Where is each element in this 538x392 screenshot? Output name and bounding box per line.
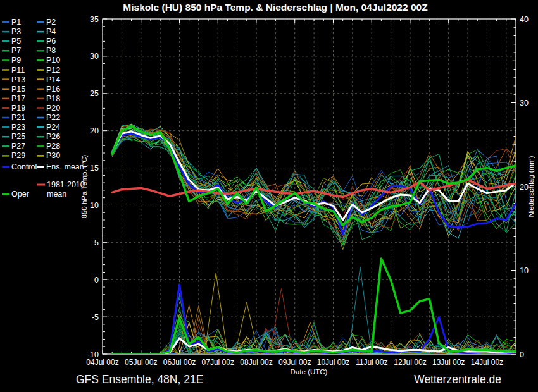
legend-label-p8: P8 bbox=[46, 46, 56, 55]
legend-label-p11: P11 bbox=[11, 66, 25, 75]
x-axis-tick-label: 06Jul 00z bbox=[163, 358, 196, 367]
x-axis-tick-label: 10Jul 00z bbox=[317, 358, 349, 367]
series-layer bbox=[112, 124, 516, 354]
left-axis-tick-label: 30 bbox=[90, 52, 99, 61]
legend-label-p9: P9 bbox=[11, 56, 21, 64]
legend-label-p26: P26 bbox=[46, 132, 60, 141]
legend-label-p24: P24 bbox=[46, 123, 60, 132]
legend-label-p5: P5 bbox=[11, 37, 21, 46]
legend-label-p7: P7 bbox=[11, 46, 21, 55]
right-axis-tick-label: 30 bbox=[520, 99, 529, 107]
left-axis-title: 850 hPa Temp. (°C) bbox=[80, 154, 88, 218]
left-axis-tick-label: -5 bbox=[92, 313, 99, 322]
legend-label-p15: P15 bbox=[11, 85, 25, 94]
grid-layer bbox=[103, 19, 516, 354]
legend-label-ens-mean: Ens. mean bbox=[46, 162, 84, 171]
legend-label-p19: P19 bbox=[11, 104, 25, 113]
x-axis-tick-label: 09Jul 00z bbox=[278, 358, 311, 367]
meteogram-page: -10-50510152025303501020304004Jul 00z05J… bbox=[0, 0, 538, 392]
legend-label-p16: P16 bbox=[46, 85, 60, 94]
legend-label-p21: P21 bbox=[11, 113, 25, 122]
x-axis-tick-label: 05Jul 00z bbox=[125, 358, 157, 367]
legend-label-p1: P1 bbox=[11, 18, 21, 27]
legend-label-control: Control bbox=[11, 162, 37, 171]
legend-label-p30: P30 bbox=[46, 151, 60, 160]
legend-label-p27: P27 bbox=[11, 142, 25, 150]
x-axis-tick-label: 11Jul 00z bbox=[356, 358, 387, 367]
left-axis-tick-label: 15 bbox=[90, 164, 99, 173]
legend-label-p25: P25 bbox=[11, 132, 25, 141]
ensemble-meteogram: -10-50510152025303501020304004Jul 00z05J… bbox=[0, 0, 538, 392]
left-axis-tick-label: 25 bbox=[90, 89, 99, 98]
legend: P1P2P3P4P5P6P7P8P9P10P11P12P13P14P15P16P… bbox=[2, 18, 85, 199]
legend-label-p20: P20 bbox=[46, 104, 60, 113]
plot-border bbox=[103, 19, 516, 354]
right-axis-tick-label: 0 bbox=[520, 350, 524, 359]
right-axis-tick-label: 40 bbox=[520, 15, 529, 24]
left-axis-tick-label: 20 bbox=[90, 126, 99, 135]
x-axis-tick-label: 07Jul 00z bbox=[202, 358, 234, 367]
legend-label-p29: P29 bbox=[11, 151, 25, 160]
legend-label-p10: P10 bbox=[46, 56, 60, 64]
x-axis-tick-label: 04Jul 00z bbox=[86, 358, 118, 367]
legend-label-p17: P17 bbox=[11, 94, 25, 103]
legend-label-p13: P13 bbox=[11, 75, 25, 84]
legend-label-p23: P23 bbox=[11, 123, 25, 132]
x-axis-tick-label: 08Jul 00z bbox=[240, 358, 272, 367]
legend-label-oper: Oper bbox=[11, 190, 29, 199]
chart-title: Miskolc (HU) 850 hPa Temp. & Niederschla… bbox=[123, 2, 428, 13]
left-axis-tick-label: 0 bbox=[94, 276, 99, 285]
footer-model-info: GFS Ensemble, 48N, 21E bbox=[76, 373, 203, 386]
legend-label-p22: P22 bbox=[46, 113, 60, 122]
right-axis-title: Niederschlag (mm) bbox=[527, 156, 535, 217]
legend-label-p14: P14 bbox=[46, 75, 60, 84]
left-axis-tick-label: 35 bbox=[90, 15, 99, 24]
footer-watermark: Wetterzentrale.de bbox=[414, 373, 501, 386]
legend-label-p6: P6 bbox=[46, 37, 56, 46]
legend-label-climate-mean: 1981-2010 bbox=[47, 180, 85, 189]
right-axis-tick-label: 10 bbox=[520, 266, 529, 275]
legend-label-p18: P18 bbox=[46, 94, 60, 103]
legend-label-p28: P28 bbox=[46, 142, 60, 150]
legend-label-climate-mean-2: mean bbox=[47, 190, 66, 199]
legend-label-p2: P2 bbox=[46, 18, 56, 27]
x-axis-tick-label: 14Jul 00z bbox=[471, 358, 503, 367]
legend-label-p4: P4 bbox=[46, 27, 56, 36]
legend-label-p12: P12 bbox=[46, 66, 60, 75]
legend-label-p3: P3 bbox=[11, 27, 21, 36]
x-axis-title: Date (UTC) bbox=[291, 368, 328, 376]
left-axis-tick-label: 10 bbox=[90, 201, 99, 210]
x-axis-tick-label: 13Jul 00z bbox=[432, 358, 465, 367]
left-axis-tick-label: 5 bbox=[94, 238, 99, 247]
x-axis-tick-label: 12Jul 00z bbox=[394, 358, 426, 367]
member-precip-spike bbox=[235, 302, 258, 354]
